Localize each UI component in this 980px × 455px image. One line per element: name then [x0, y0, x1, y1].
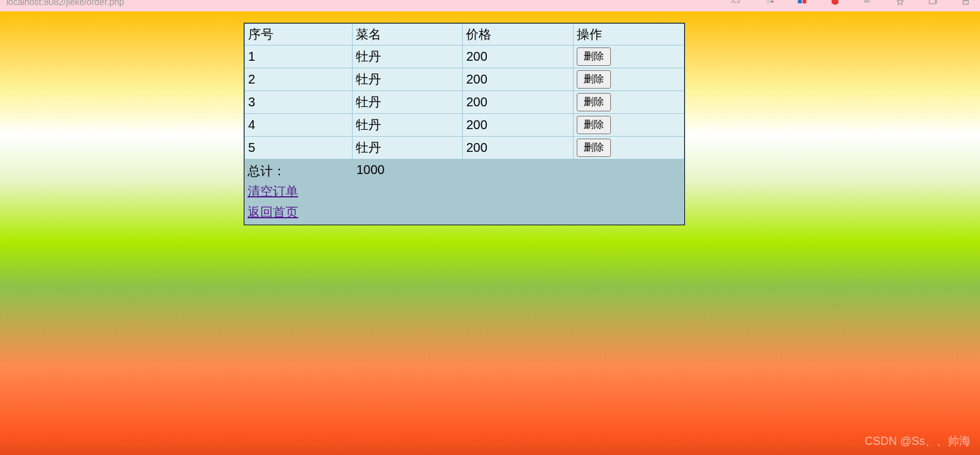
- cell-price: 200: [463, 91, 574, 114]
- order-footer: 总计： 1000 清空订单 返回首页: [244, 159, 684, 225]
- svg-point-6: [867, 0, 869, 2]
- delete-button[interactable]: 删除: [577, 47, 611, 66]
- cell-action: 删除: [574, 91, 684, 114]
- cell-price: 200: [463, 114, 574, 137]
- cell-id: 5: [245, 137, 353, 159]
- cell-id: 2: [245, 68, 353, 91]
- total-value: 1000: [356, 163, 385, 180]
- total-label: 总计：: [248, 163, 356, 180]
- svg-rect-4: [803, 0, 807, 3]
- cell-price: 200: [463, 46, 574, 68]
- table-row: 2 牡丹 200 删除: [245, 68, 684, 91]
- clear-order-link[interactable]: 清空订单: [248, 184, 298, 198]
- url-text: localhost:8082/jieke/order.php: [6, 0, 124, 7]
- extension-2-icon[interactable]: [828, 0, 842, 8]
- header-price: 价格: [463, 24, 574, 46]
- delete-button[interactable]: 删除: [577, 70, 611, 89]
- order-panel: 序号 菜名 价格 操作 1 牡丹 200 删除 2 牡丹 200 删除 3 牡丹…: [244, 23, 685, 225]
- header-action: 操作: [574, 24, 684, 46]
- svg-rect-7: [929, 0, 935, 4]
- cell-name: 牡丹: [352, 46, 463, 68]
- delete-button[interactable]: 删除: [577, 139, 611, 157]
- cell-price: 200: [463, 68, 574, 91]
- header-name: 菜名: [352, 24, 463, 46]
- delete-button[interactable]: 删除: [577, 93, 611, 111]
- cell-price: 200: [463, 137, 574, 159]
- cell-action: 删除: [574, 46, 684, 68]
- share-icon[interactable]: [960, 0, 974, 8]
- collections-icon[interactable]: [927, 0, 941, 8]
- table-row: 5 牡丹 200 删除: [245, 137, 684, 159]
- table-row: 4 牡丹 200 删除: [245, 114, 684, 137]
- cell-action: 删除: [574, 68, 684, 91]
- svg-point-5: [864, 0, 867, 2]
- cell-name: 牡丹: [352, 68, 463, 91]
- back-home-link[interactable]: 返回首页: [248, 205, 298, 219]
- cell-action: 删除: [574, 137, 684, 159]
- cell-name: 牡丹: [352, 91, 463, 114]
- cell-id: 3: [245, 91, 353, 114]
- order-table: 序号 菜名 价格 操作 1 牡丹 200 删除 2 牡丹 200 删除 3 牡丹…: [244, 23, 684, 159]
- svg-rect-3: [798, 0, 801, 3]
- delete-button[interactable]: 删除: [577, 116, 611, 134]
- cell-action: 删除: [574, 114, 684, 137]
- browser-toolbar-icons: A𝒜 ✦: [729, 0, 974, 8]
- cell-name: 牡丹: [352, 114, 463, 137]
- table-header-row: 序号 菜名 价格 操作: [245, 24, 684, 46]
- watermark-text: CSDN @Ss、、帅海: [865, 433, 971, 449]
- cell-id: 1: [245, 46, 353, 68]
- reader-icon[interactable]: A𝒜: [729, 0, 743, 8]
- favorites-icon[interactable]: [894, 0, 908, 8]
- table-row: 1 牡丹 200 删除: [245, 46, 684, 68]
- page-body: 序号 菜名 价格 操作 1 牡丹 200 删除 2 牡丹 200 删除 3 牡丹…: [0, 11, 980, 455]
- total-row: 总计： 1000: [248, 161, 681, 181]
- browser-address-bar: localhost:8082/jieke/order.php A𝒜 ✦: [0, 0, 980, 11]
- cell-id: 4: [245, 114, 353, 137]
- svg-text:✦: ✦: [770, 0, 774, 4]
- cell-name: 牡丹: [352, 137, 463, 159]
- header-id: 序号: [245, 24, 353, 46]
- translate-icon[interactable]: ✦: [762, 0, 776, 8]
- extension-1-icon[interactable]: [795, 0, 809, 8]
- svg-text:A𝒜: A𝒜: [731, 0, 741, 4]
- menu-icon[interactable]: [861, 0, 875, 8]
- table-row: 3 牡丹 200 删除: [245, 91, 684, 114]
